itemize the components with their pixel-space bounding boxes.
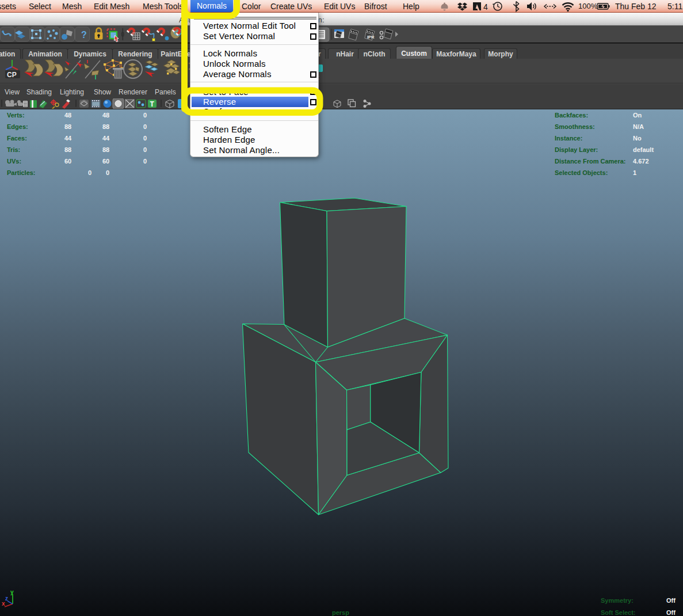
svg-text:?: ? xyxy=(81,30,87,40)
svg-text:CP: CP xyxy=(7,71,17,79)
svg-text:4: 4 xyxy=(483,2,488,12)
svg-text:IPR: IPR xyxy=(367,35,375,40)
svg-text:z: z xyxy=(5,595,8,602)
svg-text:y: y xyxy=(10,589,14,595)
svg-text:x: x xyxy=(2,600,5,607)
svg-text:T: T xyxy=(150,100,155,108)
